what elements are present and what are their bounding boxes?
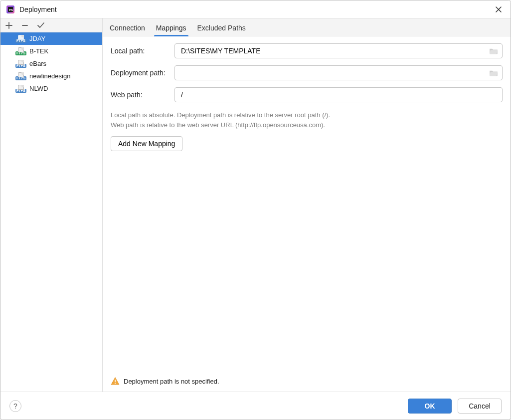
ftps-server-icon: FTPS	[15, 60, 26, 68]
server-item-jday[interactable]: FTPSJDAY	[0, 32, 102, 45]
server-item-nlwd[interactable]: FTPSNLWD	[0, 82, 102, 95]
ftps-server-icon: FTPS	[15, 47, 26, 55]
web-path-input[interactable]	[180, 90, 497, 99]
hint-line-2: Web path is relative to the web server U…	[111, 120, 503, 130]
title-bar: PS Deployment	[0, 0, 511, 18]
deployment-dialog: PS Deployment FTPSJDAYFTPSB-TEKFTP	[0, 0, 511, 420]
svg-text:PS: PS	[9, 8, 13, 11]
server-item-newlinedesign[interactable]: FTPSnewlinedesign	[0, 70, 102, 82]
cancel-button[interactable]: Cancel	[458, 399, 502, 414]
local-path-field-wrap	[174, 43, 503, 58]
server-item-ebars[interactable]: FTPSeBars	[0, 57, 102, 70]
hint-line-1: Local path is absolute. Deployment path …	[111, 110, 503, 120]
local-path-input[interactable]	[180, 46, 488, 55]
server-item-b-tek[interactable]: FTPSB-TEK	[0, 45, 102, 57]
ok-button[interactable]: OK	[408, 399, 452, 414]
deployment-path-field-wrap	[174, 65, 503, 80]
sidebar-toolbar	[0, 18, 102, 32]
server-list: FTPSJDAYFTPSB-TEKFTPSeBarsFTPSnewlinedes…	[0, 32, 102, 392]
close-button[interactable]	[492, 2, 506, 16]
tab-bar: ConnectionMappingsExcluded Paths	[103, 18, 511, 36]
phpstorm-icon: PS	[5, 4, 15, 14]
ftps-server-icon: FTPS	[15, 72, 26, 80]
warning-text: Deployment path is not specified.	[124, 378, 219, 385]
svg-point-4	[115, 383, 116, 384]
local-path-browse-button[interactable]	[488, 45, 499, 56]
remove-server-button[interactable]	[19, 20, 30, 31]
svg-rect-3	[115, 380, 116, 382]
tab-connection[interactable]: Connection	[109, 21, 146, 36]
local-path-label: Local path:	[111, 47, 174, 55]
tab-excluded-paths[interactable]: Excluded Paths	[196, 21, 247, 36]
deployment-path-browse-button[interactable]	[488, 67, 499, 78]
deployment-path-input[interactable]	[180, 68, 488, 77]
window-title: Deployment	[19, 5, 57, 13]
add-server-button[interactable]	[3, 20, 14, 31]
web-path-label: Web path:	[111, 91, 174, 99]
tab-mappings[interactable]: Mappings	[155, 21, 187, 36]
add-new-mapping-button[interactable]: Add New Mapping	[111, 136, 182, 151]
dialog-footer: ? OK Cancel	[0, 392, 511, 420]
validation-warning: Deployment path is not specified.	[111, 373, 503, 392]
help-button[interactable]: ?	[9, 400, 21, 412]
main-panel: ConnectionMappingsExcluded Paths Local p…	[103, 18, 511, 392]
warning-triangle-icon	[111, 377, 120, 386]
web-path-field-wrap	[174, 87, 503, 102]
deployment-path-label: Deployment path:	[111, 69, 174, 77]
mappings-panel: Local path: Deployment path:	[103, 36, 511, 392]
hint-text: Local path is absolute. Deployment path …	[111, 110, 503, 130]
apply-button[interactable]	[35, 20, 46, 31]
ftps-server-icon: FTPS	[15, 85, 26, 93]
ftps-server-icon: FTPS	[15, 35, 26, 43]
server-sidebar: FTPSJDAYFTPSB-TEKFTPSeBarsFTPSnewlinedes…	[0, 18, 103, 392]
